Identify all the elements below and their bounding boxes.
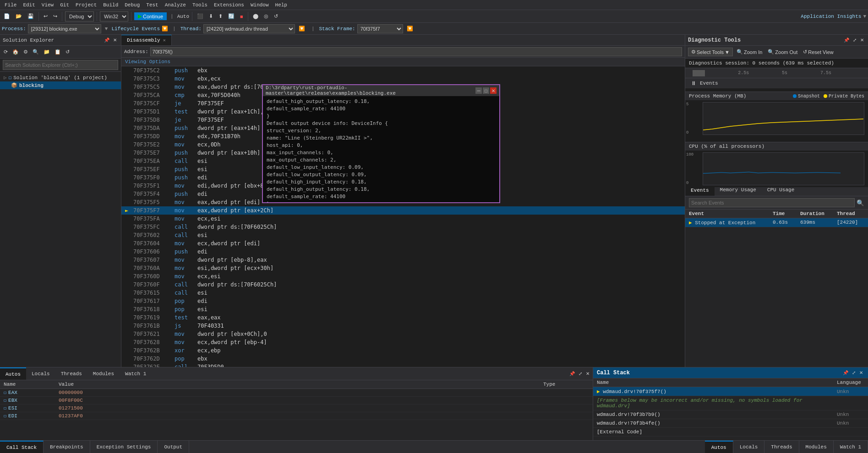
disasm-row[interactable]: 70F37615 call esi [121,289,685,297]
disasm-row[interactable]: 70F37604 mov ecx,dword ptr [edi] [121,239,685,248]
disasm-row[interactable]: 70F3762B xor ecx,ebp [121,346,685,355]
autos-pin-btn[interactable]: 📌 [568,371,576,377]
disasm-row[interactable]: 70F3762E call 70F3D5D0 [121,363,685,367]
se-item-project[interactable]: 📦 blocking [0,81,121,89]
viewing-options-btn[interactable]: Viewing Options [121,58,685,66]
menu-item-view[interactable]: View [39,1,56,9]
se-collapse-btn[interactable]: 📁 [42,48,52,56]
event-row-0[interactable]: ▶ Stopped at Exception 0.63s 639ms [2422… [685,218,868,227]
address-input[interactable] [150,47,682,56]
se-filter-btn[interactable]: 🔍 [31,48,41,56]
platform-select[interactable]: Win32 [100,11,128,22]
disasm-row[interactable]: 70F37621 mov dword ptr [ebx+0Ch],0 [121,330,685,338]
se-settings-btn[interactable]: ⚙ [22,48,30,56]
redo-btn[interactable]: ↪ [51,12,59,20]
ai-dropdown-icon[interactable]: ▼ [863,14,866,19]
step-over-btn[interactable]: ⬛ [195,12,205,20]
stack-select[interactable]: 70f375f7 [357,24,403,33]
threads-tab[interactable]: Threads [55,367,87,380]
se-home-btn[interactable]: 🏠 [11,48,21,56]
diag-pin-btn[interactable]: 📌 [842,37,851,43]
console-maximize-btn[interactable]: □ [483,87,489,94]
callstack-row[interactable]: wdmaud.drv!70f3b4fe() Unkn [593,419,868,428]
new-file-btn[interactable]: 📄 [2,12,12,20]
se-refresh-btn[interactable]: ↺ [64,48,71,56]
stop-btn[interactable]: ■ [238,13,245,20]
filter-icon[interactable]: 🔽 [162,26,168,32]
reset-view-btn[interactable]: ↺ Reset View [801,48,835,56]
autos-close-btn[interactable]: ✕ [584,371,591,377]
bottom-tab-callstack[interactable]: Call Stack [0,441,44,453]
se-properties-btn[interactable]: 📋 [53,48,63,56]
bp2-btn[interactable]: ◎ [262,12,270,20]
se-item-solution[interactable]: ▷ ◻ Solution 'blocking' (1 project) [0,74,121,81]
disassembly-tab-close[interactable]: ✕ [163,38,166,43]
se-search-input[interactable] [3,60,118,70]
menu-item-help[interactable]: Help [273,1,290,9]
stack-filter-icon[interactable]: 🔽 [405,26,415,32]
menu-item-extensions[interactable]: Extensions [211,1,247,9]
disasm-row[interactable]: 70F3760D mov ecx,esi [121,272,685,280]
se-sync-btn[interactable]: ⟳ [2,48,10,56]
disasm-row[interactable]: 70F375FA mov ecx,esi [121,215,685,223]
bottom-tab-modules[interactable]: Modules [799,441,834,453]
open-btn[interactable]: 📂 [14,12,24,20]
disasm-row[interactable]: 70F3762D pop ebx [121,355,685,363]
bottom-tab-breakpoints[interactable]: Breakpoints [44,441,90,453]
bottom-tab-exception[interactable]: Exception Settings [90,441,158,453]
bottom-tab-output[interactable]: Output [158,441,189,453]
locals-tab[interactable]: Locals [26,367,55,380]
console-close-btn[interactable]: ✕ [490,87,497,94]
callstack-row[interactable]: wdmaud.drv!70f3b7b9() Unkn [593,410,868,419]
callstack-row[interactable]: [Frames below may be incorrect and/or mi… [593,396,868,410]
bottom-tab-watch1[interactable]: Watch 1 [834,441,868,453]
disasm-row[interactable]: 70F3761B js 70F40331 [121,322,685,330]
debug-mode-select[interactable]: Debug [65,11,94,22]
bottom-tab-autos[interactable]: Autos [705,441,733,453]
close-panel-btn[interactable]: ✕ [112,37,118,43]
disasm-row[interactable]: 70F3760F call dword ptr ds:[70F6025Ch] [121,280,685,289]
step-into-btn[interactable]: ⬇ [207,12,215,20]
search-events-input[interactable] [689,198,855,207]
step-out-btn[interactable]: ⬆ [217,12,224,20]
disasm-row[interactable]: ► 70F375F7 mov eax,dword ptr [eax+2Ch] [121,206,685,215]
disasm-row[interactable]: 70F37607 mov dword ptr [ebp-8],eax [121,256,685,264]
disasm-row[interactable]: 70F37617 pop edi [121,297,685,305]
save-btn[interactable]: 💾 [26,12,36,20]
diag-close-btn[interactable]: ✕ [859,37,865,43]
disasm-row[interactable]: 70F37606 push edi [121,248,685,256]
cs-float-btn[interactable]: ⤢ [851,370,857,376]
application-insights-btn[interactable]: Application Insights [801,14,861,19]
disasm-row[interactable]: 70F375C3 mov ebx,ecx [121,75,685,83]
disasm-row[interactable]: 70F37618 pop esi [121,305,685,313]
disasm-row[interactable]: 70F375FC call dword ptr ds:[70F6025Ch] [121,223,685,231]
disassembly-tab[interactable]: Disassembly ✕ [121,35,172,45]
autos-row[interactable]: ◻ EAX 00000000 [0,389,593,397]
menu-item-debug[interactable]: Debug [122,1,142,9]
autos-row[interactable]: ◻ EBX 00F8F00C [0,397,593,404]
console-minimize-btn[interactable]: ─ [475,87,482,94]
search-events-btn[interactable]: 🔍 [857,200,864,206]
disasm-row[interactable]: 70F37602 call esi [121,231,685,239]
pin-btn[interactable]: 📌 [103,37,111,43]
diag-float-btn[interactable]: ⤢ [852,37,858,43]
zoom-out-btn[interactable]: 🔍 Zoom Out [766,48,799,56]
disasm-row[interactable]: 70F37628 mov ecx,dword ptr [ebp-4] [121,338,685,346]
zoom-in-btn[interactable]: 🔍 Zoom In [735,48,764,56]
autos-tab[interactable]: Autos [0,367,26,380]
thread-filter-icon[interactable]: 🔽 [297,26,307,32]
undo-btn[interactable]: ↩ [42,12,49,20]
bottom-tab-locals[interactable]: Locals [733,441,765,453]
menu-item-tools[interactable]: Tools [190,1,210,9]
menu-item-project[interactable]: Project [73,1,99,9]
autos-float-btn[interactable]: ⤢ [577,371,584,377]
menu-item-build[interactable]: Build [100,1,121,9]
bottom-tab-threads[interactable]: Threads [764,441,799,453]
events-play-btn[interactable]: ⏸ [689,80,698,87]
autos-row[interactable]: ◻ ESI 01271500 [0,404,593,412]
disasm-row[interactable]: 70F375C2 push ebx [121,66,685,75]
menu-item-git[interactable]: Git [57,1,72,9]
menu-item-window[interactable]: Window [248,1,272,9]
menu-item-file[interactable]: File [2,1,19,9]
continue-btn[interactable]: ▶ Continue [134,12,167,20]
